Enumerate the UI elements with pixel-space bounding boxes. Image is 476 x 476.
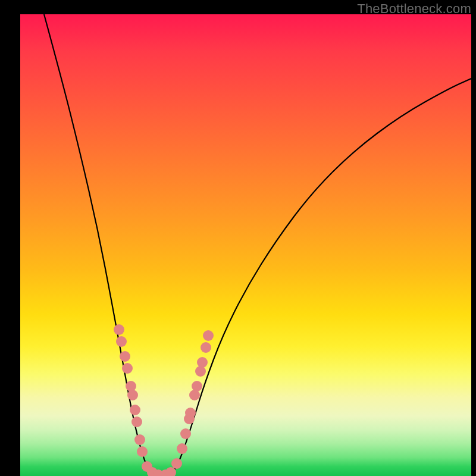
sample-dot xyxy=(126,381,136,392)
sample-dot xyxy=(171,458,182,469)
sample-dot xyxy=(114,324,124,335)
chart-frame xyxy=(20,14,471,476)
sample-dot xyxy=(185,408,196,418)
sample-dot xyxy=(127,390,138,400)
sample-dot xyxy=(122,363,133,374)
bottleneck-chart-svg xyxy=(20,14,471,476)
sample-dot xyxy=(134,434,145,445)
sample-dot xyxy=(120,351,130,362)
sample-dot xyxy=(165,467,176,476)
sample-dot xyxy=(201,342,211,353)
sample-dot xyxy=(180,428,191,439)
sample-dots-group xyxy=(114,324,214,476)
bottleneck-curve-line xyxy=(44,14,471,476)
sample-dot xyxy=(131,416,142,427)
sample-dot xyxy=(116,336,127,347)
sample-dot xyxy=(130,405,140,415)
sample-dot xyxy=(177,443,187,454)
sample-dot xyxy=(195,366,206,377)
sample-dot xyxy=(203,330,214,341)
sample-dot xyxy=(137,446,148,457)
sample-dot xyxy=(192,381,202,392)
sample-dot xyxy=(197,357,208,368)
